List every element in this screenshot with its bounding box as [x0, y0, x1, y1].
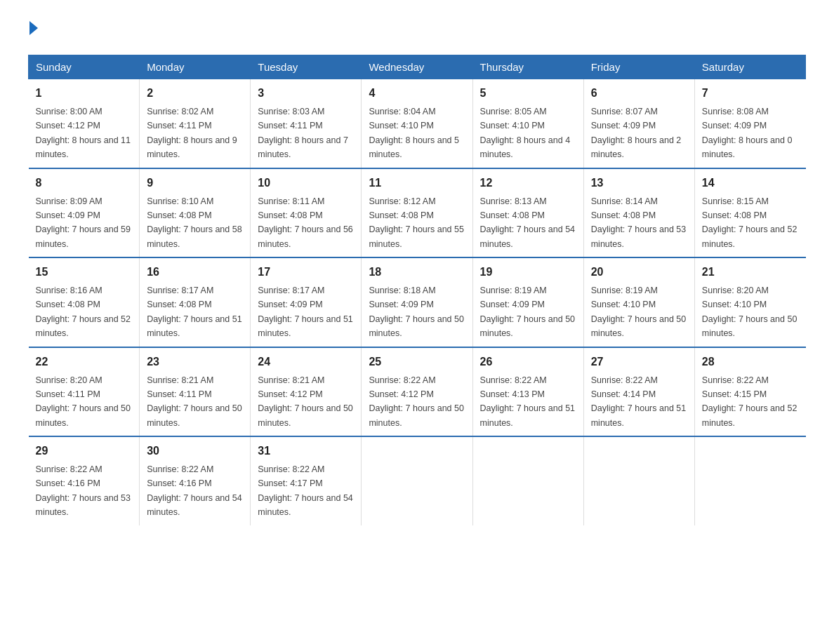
day-number: 22	[36, 354, 133, 370]
logo	[28, 21, 38, 41]
calendar-cell: 10 Sunrise: 8:11 AMSunset: 4:08 PMDaylig…	[251, 168, 362, 258]
day-number: 3	[258, 85, 354, 102]
page-header	[28, 21, 806, 41]
calendar-cell: 12 Sunrise: 8:13 AMSunset: 4:08 PMDaylig…	[472, 168, 583, 258]
day-number: 23	[147, 354, 243, 370]
day-number: 13	[591, 175, 687, 192]
calendar-cell: 4 Sunrise: 8:04 AMSunset: 4:10 PMDayligh…	[362, 79, 472, 168]
calendar-cell: 25 Sunrise: 8:22 AMSunset: 4:12 PMDaylig…	[362, 347, 472, 437]
day-info: Sunrise: 8:19 AMSunset: 4:09 PMDaylight:…	[480, 286, 576, 338]
calendar-cell	[583, 436, 694, 525]
day-number: 16	[147, 264, 243, 281]
calendar-week-row: 15 Sunrise: 8:16 AMSunset: 4:08 PMDaylig…	[29, 257, 806, 347]
col-header-sunday: Sunday	[29, 55, 140, 79]
day-info: Sunrise: 8:20 AMSunset: 4:10 PMDaylight:…	[702, 286, 797, 338]
day-info: Sunrise: 8:22 AMSunset: 4:14 PMDaylight:…	[591, 375, 687, 428]
day-number: 30	[147, 443, 243, 459]
day-number: 31	[258, 443, 354, 459]
col-header-thursday: Thursday	[472, 55, 583, 79]
calendar-cell: 28 Sunrise: 8:22 AMSunset: 4:15 PMDaylig…	[694, 347, 805, 437]
day-number: 14	[702, 175, 799, 192]
day-info: Sunrise: 8:00 AMSunset: 4:12 PMDaylight:…	[36, 107, 131, 159]
calendar-cell: 11 Sunrise: 8:12 AMSunset: 4:08 PMDaylig…	[362, 168, 472, 258]
logo-triangle-icon	[29, 21, 38, 35]
day-number: 11	[369, 175, 465, 192]
col-header-friday: Friday	[583, 55, 694, 79]
calendar-cell: 17 Sunrise: 8:17 AMSunset: 4:09 PMDaylig…	[251, 257, 362, 347]
day-info: Sunrise: 8:12 AMSunset: 4:08 PMDaylight:…	[369, 196, 464, 249]
calendar-cell: 27 Sunrise: 8:22 AMSunset: 4:14 PMDaylig…	[583, 347, 694, 437]
calendar-table: SundayMondayTuesdayWednesdayThursdayFrid…	[28, 55, 806, 525]
day-info: Sunrise: 8:07 AMSunset: 4:09 PMDaylight:…	[591, 107, 682, 159]
calendar-cell: 31 Sunrise: 8:22 AMSunset: 4:17 PMDaylig…	[251, 436, 362, 525]
calendar-cell: 6 Sunrise: 8:07 AMSunset: 4:09 PMDayligh…	[583, 79, 694, 168]
calendar-cell: 21 Sunrise: 8:20 AMSunset: 4:10 PMDaylig…	[694, 257, 805, 347]
calendar-week-row: 8 Sunrise: 8:09 AMSunset: 4:09 PMDayligh…	[29, 168, 806, 258]
day-number: 4	[369, 85, 465, 102]
day-info: Sunrise: 8:21 AMSunset: 4:12 PMDaylight:…	[258, 375, 353, 428]
day-info: Sunrise: 8:10 AMSunset: 4:08 PMDaylight:…	[147, 196, 242, 249]
calendar-cell: 1 Sunrise: 8:00 AMSunset: 4:12 PMDayligh…	[29, 79, 140, 168]
day-info: Sunrise: 8:22 AMSunset: 4:12 PMDaylight:…	[369, 375, 464, 428]
calendar-week-row: 22 Sunrise: 8:20 AMSunset: 4:11 PMDaylig…	[29, 347, 806, 437]
day-info: Sunrise: 8:17 AMSunset: 4:08 PMDaylight:…	[147, 286, 242, 338]
day-number: 28	[702, 354, 799, 370]
col-header-tuesday: Tuesday	[251, 55, 362, 79]
day-info: Sunrise: 8:13 AMSunset: 4:08 PMDaylight:…	[480, 196, 576, 249]
calendar-cell	[694, 436, 805, 525]
calendar-cell	[472, 436, 583, 525]
day-info: Sunrise: 8:22 AMSunset: 4:13 PMDaylight:…	[480, 375, 576, 428]
calendar-cell: 26 Sunrise: 8:22 AMSunset: 4:13 PMDaylig…	[472, 347, 583, 437]
day-info: Sunrise: 8:04 AMSunset: 4:10 PMDaylight:…	[369, 107, 459, 159]
col-header-monday: Monday	[140, 55, 251, 79]
calendar-week-row: 1 Sunrise: 8:00 AMSunset: 4:12 PMDayligh…	[29, 79, 806, 168]
col-header-wednesday: Wednesday	[362, 55, 472, 79]
calendar-cell: 14 Sunrise: 8:15 AMSunset: 4:08 PMDaylig…	[694, 168, 805, 258]
day-info: Sunrise: 8:03 AMSunset: 4:11 PMDaylight:…	[258, 107, 348, 159]
day-info: Sunrise: 8:02 AMSunset: 4:11 PMDaylight:…	[147, 107, 237, 159]
day-number: 26	[480, 354, 576, 370]
calendar-cell: 13 Sunrise: 8:14 AMSunset: 4:08 PMDaylig…	[583, 168, 694, 258]
day-info: Sunrise: 8:14 AMSunset: 4:08 PMDaylight:…	[591, 196, 687, 249]
day-info: Sunrise: 8:15 AMSunset: 4:08 PMDaylight:…	[702, 196, 797, 249]
day-number: 1	[36, 85, 133, 102]
day-number: 12	[480, 175, 576, 192]
day-info: Sunrise: 8:22 AMSunset: 4:16 PMDaylight:…	[36, 464, 131, 517]
day-info: Sunrise: 8:05 AMSunset: 4:10 PMDaylight:…	[480, 107, 571, 159]
day-number: 20	[591, 264, 687, 281]
calendar-header-row: SundayMondayTuesdayWednesdayThursdayFrid…	[29, 55, 806, 79]
day-number: 19	[480, 264, 576, 281]
day-info: Sunrise: 8:16 AMSunset: 4:08 PMDaylight:…	[36, 286, 131, 338]
day-number: 6	[591, 85, 687, 102]
day-number: 2	[147, 85, 243, 102]
day-number: 5	[480, 85, 576, 102]
calendar-cell: 22 Sunrise: 8:20 AMSunset: 4:11 PMDaylig…	[29, 347, 140, 437]
day-number: 21	[702, 264, 799, 281]
day-info: Sunrise: 8:18 AMSunset: 4:09 PMDaylight:…	[369, 286, 464, 338]
day-number: 25	[369, 354, 465, 370]
day-info: Sunrise: 8:09 AMSunset: 4:09 PMDaylight:…	[36, 196, 131, 249]
day-info: Sunrise: 8:20 AMSunset: 4:11 PMDaylight:…	[36, 375, 131, 428]
day-info: Sunrise: 8:19 AMSunset: 4:10 PMDaylight:…	[591, 286, 687, 338]
calendar-cell: 15 Sunrise: 8:16 AMSunset: 4:08 PMDaylig…	[29, 257, 140, 347]
calendar-cell: 20 Sunrise: 8:19 AMSunset: 4:10 PMDaylig…	[583, 257, 694, 347]
calendar-cell: 29 Sunrise: 8:22 AMSunset: 4:16 PMDaylig…	[29, 436, 140, 525]
day-number: 7	[702, 85, 799, 102]
day-number: 17	[258, 264, 354, 281]
calendar-cell: 24 Sunrise: 8:21 AMSunset: 4:12 PMDaylig…	[251, 347, 362, 437]
col-header-saturday: Saturday	[694, 55, 805, 79]
day-number: 18	[369, 264, 465, 281]
day-info: Sunrise: 8:22 AMSunset: 4:17 PMDaylight:…	[258, 464, 353, 517]
day-number: 29	[36, 443, 133, 459]
calendar-cell: 5 Sunrise: 8:05 AMSunset: 4:10 PMDayligh…	[472, 79, 583, 168]
day-info: Sunrise: 8:22 AMSunset: 4:16 PMDaylight:…	[147, 464, 242, 517]
calendar-cell: 19 Sunrise: 8:19 AMSunset: 4:09 PMDaylig…	[472, 257, 583, 347]
day-info: Sunrise: 8:17 AMSunset: 4:09 PMDaylight:…	[258, 286, 353, 338]
day-number: 15	[36, 264, 133, 281]
calendar-cell: 9 Sunrise: 8:10 AMSunset: 4:08 PMDayligh…	[140, 168, 251, 258]
day-info: Sunrise: 8:22 AMSunset: 4:15 PMDaylight:…	[702, 375, 797, 428]
calendar-week-row: 29 Sunrise: 8:22 AMSunset: 4:16 PMDaylig…	[29, 436, 806, 525]
calendar-cell: 7 Sunrise: 8:08 AMSunset: 4:09 PMDayligh…	[694, 79, 805, 168]
calendar-cell: 2 Sunrise: 8:02 AMSunset: 4:11 PMDayligh…	[140, 79, 251, 168]
calendar-cell: 8 Sunrise: 8:09 AMSunset: 4:09 PMDayligh…	[29, 168, 140, 258]
